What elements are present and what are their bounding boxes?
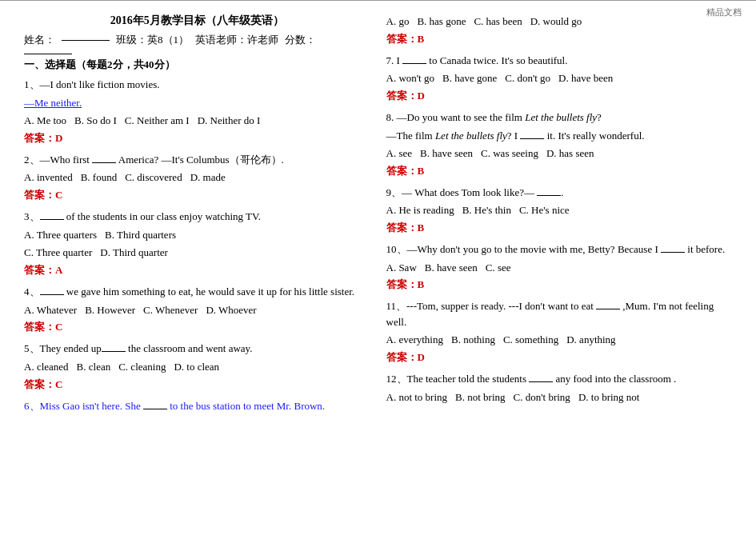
q4-options: A. Whatever B. However C. Whenever D. Wh… bbox=[24, 302, 370, 319]
q6-opt-b: B. has gone bbox=[417, 14, 466, 30]
q4-answer: 答案：C bbox=[24, 320, 370, 334]
q5-opt-d: D. to clean bbox=[174, 359, 219, 376]
question-10: 10、—Why don't you go to the movie with m… bbox=[386, 242, 733, 292]
q3-answer: 答案：A bbox=[24, 263, 370, 277]
q9-answer: 答案：B bbox=[386, 221, 733, 235]
q9-options: A. He is reading B. He's thin C. He's ni… bbox=[386, 202, 733, 219]
q10-opt-b: B. have seen bbox=[425, 260, 478, 277]
q7-opt-d: D. have been bbox=[558, 70, 613, 87]
q10-answer: 答案：B bbox=[386, 277, 733, 292]
teacher-label: 英语老师：许老师 bbox=[195, 33, 278, 47]
q1-opt-d: D. Neither do I bbox=[198, 113, 261, 130]
left-column: 2016年5月教学目标（八年级英语） 姓名： 班级：英8（1） 英语老师：许老师… bbox=[24, 14, 370, 420]
name-label: 姓名： bbox=[24, 33, 55, 47]
q8-opt-c: C. was seeing bbox=[481, 146, 538, 162]
q5-text: 5、They ended up the classroom and went a… bbox=[24, 341, 370, 357]
q9-opt-a: A. He is reading bbox=[386, 202, 454, 219]
class-label: 班级：英8（1） bbox=[116, 33, 189, 47]
q6-answer: 答案：B bbox=[386, 32, 733, 46]
page-container: 2016年5月教学目标（八年级英语） 姓名： 班级：英8（1） 英语老师：许老师… bbox=[0, 6, 756, 428]
q2-options: A. invented B. found C. discovered D. ma… bbox=[24, 170, 370, 186]
question-9: 9、— What does Tom look like?— . A. He is… bbox=[386, 185, 733, 235]
q10-options: A. Saw B. have seen C. see bbox=[386, 260, 733, 277]
q12-blank bbox=[529, 381, 553, 382]
section1-title: 一、选择题（每题2分，共40分） bbox=[24, 58, 370, 72]
q7-options: A. won't go B. have gone C. don't go D. … bbox=[386, 70, 733, 87]
q3-blank bbox=[40, 219, 64, 220]
q11-text: 11、---Tom, supper is ready. ---I don't w… bbox=[386, 298, 733, 329]
q3-opt-d: D. Third quarter bbox=[100, 245, 168, 262]
q6-text: 6、Miss Gao isn't here. She to the bus st… bbox=[24, 398, 370, 414]
page-title: 2016年5月教学目标（八年级英语） bbox=[24, 14, 370, 28]
q2-blank bbox=[92, 162, 116, 163]
q5-blank bbox=[102, 351, 126, 352]
q9-text: 9、— What does Tom look like?— . bbox=[386, 185, 733, 201]
q11-answer: 答案：D bbox=[386, 350, 733, 365]
q2-answer: 答案：C bbox=[24, 188, 370, 202]
q10-opt-a: A. Saw bbox=[386, 260, 417, 277]
right-column: A. go B. has gone C. has been D. would g… bbox=[386, 14, 733, 420]
q1-num: 1、 bbox=[24, 78, 40, 90]
q10-opt-c: C. see bbox=[486, 260, 511, 277]
q4-opt-a: A. Whatever bbox=[24, 302, 77, 319]
question-6: 6、Miss Gao isn't here. She to the bus st… bbox=[24, 398, 370, 414]
q5-options: A. cleaned B. clean C. cleaning D. to cl… bbox=[24, 359, 370, 376]
q3-options: A. Three quarters B. Third quarters bbox=[24, 227, 370, 244]
q12-text: 12、The teacher told the students any foo… bbox=[386, 371, 733, 387]
question-5: 5、They ended up the classroom and went a… bbox=[24, 341, 370, 391]
name-field bbox=[62, 40, 110, 41]
q12-opt-c: C. don't bring bbox=[514, 389, 570, 406]
question-11: 11、---Tom, supper is ready. ---I don't w… bbox=[386, 298, 733, 365]
question-3: 3、 of the students in our class enjoy wa… bbox=[24, 209, 370, 277]
q12-opt-d: D. to bring not bbox=[578, 389, 640, 406]
q3-options2: C. Three quarter D. Third quarter bbox=[24, 245, 370, 262]
q8-opt-d: D. has seen bbox=[546, 146, 594, 162]
q1-answer: 答案：D bbox=[24, 131, 370, 146]
question-1: 1、—I don't like fiction movies. —Me neit… bbox=[24, 77, 370, 146]
q6-options: A. go B. has gone C. has been D. would g… bbox=[386, 14, 733, 30]
q3-text: 3、 of the students in our class enjoy wa… bbox=[24, 209, 370, 225]
q7-answer: 答案：D bbox=[386, 89, 733, 103]
q12-options: A. not to bring B. not bring C. don't br… bbox=[386, 389, 733, 406]
q4-blank bbox=[40, 294, 64, 295]
question-8: 8. —Do you want to see the film Let the … bbox=[386, 110, 733, 178]
q6-opt-c: C. has been bbox=[474, 14, 522, 30]
q11-blank bbox=[596, 309, 620, 309]
q1-opt-a: A. Me too bbox=[24, 113, 66, 130]
q8-blank bbox=[520, 138, 544, 139]
q3-opt-b: B. Third quarters bbox=[105, 227, 176, 244]
q2-opt-c: C. discovered bbox=[125, 170, 182, 186]
q7-opt-a: A. won't go bbox=[386, 70, 434, 87]
q7-text: 7. I to Canada twice. It's so beautiful. bbox=[386, 53, 733, 69]
header-info: 姓名： 班级：英8（1） 英语老师：许老师 分数： bbox=[24, 33, 370, 54]
q11-opt-b: B. nothing bbox=[451, 332, 495, 349]
q4-text: 4、 we gave him something to eat, he woul… bbox=[24, 284, 370, 300]
q4-opt-d: D. Whoever bbox=[206, 302, 256, 319]
q7-blank bbox=[402, 63, 426, 64]
question-4: 4、 we gave him something to eat, he woul… bbox=[24, 284, 370, 334]
q6-opt-d: D. would go bbox=[530, 14, 582, 30]
question-7: 7. I to Canada twice. It's so beautiful.… bbox=[386, 53, 733, 103]
q11-options: A. everything B. nothing C. something D.… bbox=[386, 332, 733, 349]
question-12: 12、The teacher told the students any foo… bbox=[386, 371, 733, 405]
question-2: 2、—Who first America? —It's Columbus（哥伦布… bbox=[24, 152, 370, 202]
q6-opt-a: A. go bbox=[386, 14, 410, 30]
top-divider bbox=[0, 0, 756, 1]
q1-opt-c: C. Neither am I bbox=[125, 113, 190, 130]
q7-opt-c: C. don't go bbox=[505, 70, 550, 87]
q8-text2: —The film Let the bullets fly? I it. It'… bbox=[386, 128, 733, 144]
q9-blank bbox=[537, 195, 561, 196]
q2-opt-b: B. found bbox=[81, 170, 118, 186]
q8-opt-a: A. see bbox=[386, 146, 413, 162]
q4-opt-c: C. Whenever bbox=[143, 302, 198, 319]
q5-opt-b: B. clean bbox=[77, 359, 111, 376]
q3-opt-a: A. Three quarters bbox=[24, 227, 97, 244]
q1-text: 1、—I don't like fiction movies. bbox=[24, 77, 370, 93]
q5-opt-c: C. cleaning bbox=[118, 359, 166, 376]
q8-text1: 8. —Do you want to see the film Let the … bbox=[386, 110, 733, 126]
q8-answer: 答案：B bbox=[386, 164, 733, 178]
q8-opt-b: B. have seen bbox=[420, 146, 473, 162]
q12-opt-a: A. not to bring bbox=[386, 389, 448, 406]
q4-opt-b: B. However bbox=[85, 302, 135, 319]
q6-blank bbox=[143, 409, 167, 409]
